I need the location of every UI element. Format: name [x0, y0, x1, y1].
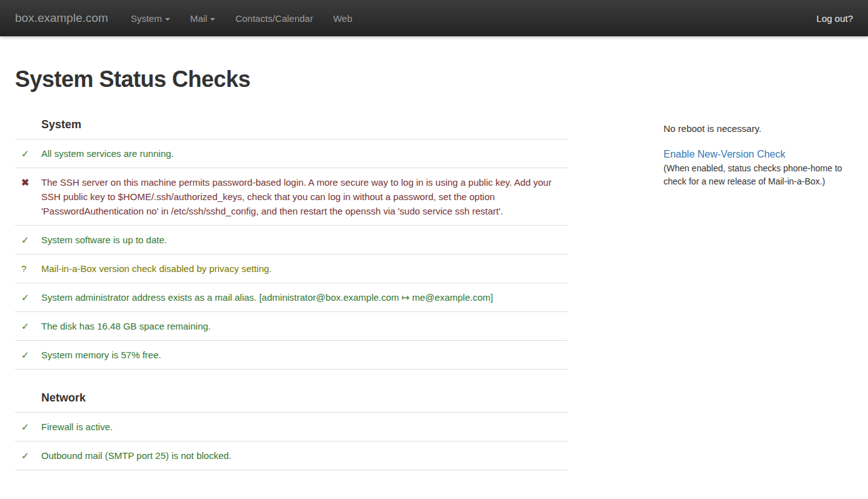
nav-item-web[interactable]: Web — [323, 1, 363, 36]
check-text: All system services are running. — [41, 146, 568, 161]
check-text: Outbound mail (SMTP port 25) is not bloc… — [41, 448, 568, 463]
check-row: ?Mail-in-a-Box version check disabled by… — [15, 255, 568, 283]
check-text: System software is up to date. — [41, 233, 568, 247]
check-row: ✓System administrator address exists as … — [15, 283, 568, 312]
caret-down-icon — [210, 18, 215, 21]
check-text: System administrator address exists as a… — [41, 290, 568, 305]
check-row: ✖The SSH server on this machine permits … — [15, 168, 568, 226]
top-navbar: box.example.com SystemMailContacts/Calen… — [0, 0, 868, 36]
page-content: System Status Checks System✓All system s… — [0, 36, 868, 470]
check-ok-icon: ✓ — [15, 233, 41, 247]
check-text: Mail-in-a-Box version check disabled by … — [41, 261, 568, 276]
check-ok-icon: ✓ — [15, 420, 41, 434]
check-ok-icon: ✓ — [15, 319, 41, 333]
logout-link[interactable]: Log out? — [817, 13, 853, 24]
error-x-icon: ✖ — [15, 175, 41, 218]
caret-down-icon — [165, 18, 170, 21]
check-ok-icon: ✓ — [15, 348, 41, 362]
check-row: ✓System memory is 57% free. — [15, 341, 568, 370]
nav-item-label: Contacts/Calendar — [235, 13, 313, 24]
status-checks-list: System✓All system services are running.✖… — [15, 118, 568, 470]
version-check-note: (When enabled, status checks phone-home … — [664, 162, 851, 188]
page-title: System Status Checks — [15, 66, 568, 93]
section-heading-network: Network — [15, 391, 568, 413]
main-column: System Status Checks System✓All system s… — [15, 36, 568, 470]
check-row: ✓Firewall is active. — [15, 413, 568, 441]
navbar-menu: SystemMailContacts/CalendarWeb — [121, 1, 362, 36]
nav-item-label: System — [131, 13, 162, 24]
check-text: The SSH server on this machine permits p… — [41, 175, 568, 218]
version-check-block: Enable New-Version Check (When enabled, … — [664, 148, 851, 188]
check-ok-icon: ✓ — [15, 290, 41, 305]
check-row: ✓Outbound mail (SMTP port 25) is not blo… — [15, 441, 568, 470]
enable-version-check-link[interactable]: Enable New-Version Check — [664, 149, 785, 159]
check-row: ✓System software is up to date. — [15, 226, 568, 255]
sidebar: No reboot is necessary. Enable New-Versi… — [664, 36, 851, 470]
nav-item-system[interactable]: System — [121, 1, 180, 36]
nav-item-mail[interactable]: Mail — [180, 1, 226, 36]
check-text: The disk has 16.48 GB space remaining. — [41, 319, 568, 333]
nav-item-label: Mail — [190, 13, 208, 24]
check-row: ✓All system services are running. — [15, 139, 568, 168]
navbar-brand[interactable]: box.example.com — [15, 11, 108, 25]
section-heading-system: System — [15, 118, 568, 139]
check-ok-icon: ✓ — [15, 448, 41, 463]
question-icon: ? — [15, 261, 41, 276]
check-text: System memory is 57% free. — [41, 348, 568, 362]
check-ok-icon: ✓ — [15, 146, 41, 161]
check-row: ✓The disk has 16.48 GB space remaining. — [15, 312, 568, 341]
reboot-status-text: No reboot is necessary. — [664, 122, 851, 136]
nav-item-contacts-calendar[interactable]: Contacts/Calendar — [225, 1, 323, 36]
check-text: Firewall is active. — [41, 420, 568, 434]
nav-item-label: Web — [333, 13, 353, 24]
